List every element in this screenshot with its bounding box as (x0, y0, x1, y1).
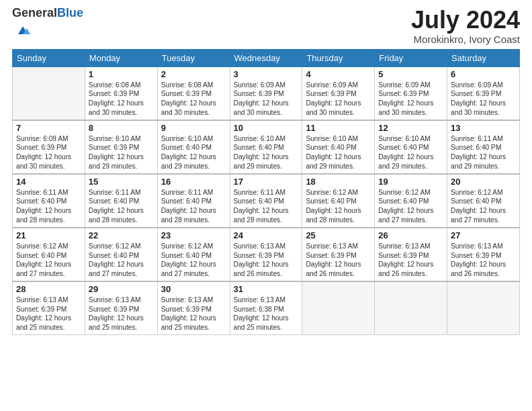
calendar-cell-w4d5: 25Sunrise: 6:13 AMSunset: 6:39 PMDayligh… (302, 228, 375, 281)
header: GeneralBlue July 2024 Morokinkro, Ivory … (12, 7, 520, 45)
day-number: 6 (451, 69, 516, 79)
day-number: 28 (16, 284, 81, 294)
day-number: 19 (378, 177, 443, 187)
day-number: 13 (451, 123, 516, 133)
day-info: Sunrise: 6:09 AMSunset: 6:39 PMDaylight:… (378, 81, 443, 118)
day-info: Sunrise: 6:10 AMSunset: 6:40 PMDaylight:… (234, 134, 299, 171)
col-wednesday: Wednesday (230, 49, 302, 66)
day-info: Sunrise: 6:11 AMSunset: 6:40 PMDaylight:… (451, 134, 516, 171)
day-number: 5 (378, 69, 443, 79)
day-number: 11 (306, 123, 371, 133)
day-info: Sunrise: 6:09 AMSunset: 6:39 PMDaylight:… (451, 81, 516, 118)
calendar-cell-w3d7: 20Sunrise: 6:12 AMSunset: 6:40 PMDayligh… (447, 174, 520, 228)
calendar-cell-w1d2: 1Sunrise: 6:08 AMSunset: 6:39 PMDaylight… (85, 66, 157, 120)
calendar-cell-w4d7: 27Sunrise: 6:13 AMSunset: 6:39 PMDayligh… (447, 228, 520, 281)
col-tuesday: Tuesday (157, 49, 230, 66)
day-info: Sunrise: 6:12 AMSunset: 6:40 PMDaylight:… (378, 188, 443, 225)
calendar-cell-w2d2: 8Sunrise: 6:10 AMSunset: 6:39 PMDaylight… (85, 120, 157, 174)
calendar-cell-w2d3: 9Sunrise: 6:10 AMSunset: 6:40 PMDaylight… (157, 120, 230, 174)
calendar-cell-w1d1 (13, 66, 85, 120)
calendar-cell-w5d1: 28Sunrise: 6:13 AMSunset: 6:39 PMDayligh… (13, 281, 85, 335)
logo-icon (13, 20, 32, 39)
day-info: Sunrise: 6:09 AMSunset: 6:39 PMDaylight:… (16, 134, 81, 171)
calendar-cell-w1d6: 5Sunrise: 6:09 AMSunset: 6:39 PMDaylight… (375, 66, 447, 120)
title-block: July 2024 Morokinkro, Ivory Coast (411, 7, 520, 45)
logo: GeneralBlue (12, 7, 83, 42)
day-info: Sunrise: 6:08 AMSunset: 6:39 PMDaylight:… (161, 81, 226, 118)
week-row-2: 7Sunrise: 6:09 AMSunset: 6:39 PMDaylight… (13, 120, 520, 174)
day-number: 2 (161, 69, 226, 79)
calendar-cell-w2d1: 7Sunrise: 6:09 AMSunset: 6:39 PMDaylight… (13, 120, 85, 174)
calendar-cell-w1d3: 2Sunrise: 6:08 AMSunset: 6:39 PMDaylight… (157, 66, 230, 120)
logo-general: General (12, 6, 57, 19)
day-info: Sunrise: 6:12 AMSunset: 6:40 PMDaylight:… (89, 242, 154, 279)
day-info: Sunrise: 6:13 AMSunset: 6:39 PMDaylight:… (306, 242, 371, 279)
day-number: 26 (378, 230, 443, 240)
calendar-cell-w5d6 (375, 281, 447, 335)
logo-blue: Blue (57, 6, 83, 19)
day-number: 25 (306, 230, 371, 240)
calendar-cell-w5d4: 31Sunrise: 6:13 AMSunset: 6:38 PMDayligh… (230, 281, 302, 335)
day-number: 3 (234, 69, 299, 79)
day-info: Sunrise: 6:11 AMSunset: 6:40 PMDaylight:… (161, 188, 226, 225)
page: GeneralBlue July 2024 Morokinkro, Ivory … (0, 0, 532, 411)
day-info: Sunrise: 6:11 AMSunset: 6:40 PMDaylight:… (16, 188, 81, 225)
day-number: 27 (451, 230, 516, 240)
calendar-cell-w4d6: 26Sunrise: 6:13 AMSunset: 6:39 PMDayligh… (375, 228, 447, 281)
calendar-cell-w5d2: 29Sunrise: 6:13 AMSunset: 6:39 PMDayligh… (85, 281, 157, 335)
col-thursday: Thursday (302, 49, 375, 66)
calendar-table: Sunday Monday Tuesday Wednesday Thursday… (12, 49, 520, 335)
day-number: 1 (89, 69, 154, 79)
day-info: Sunrise: 6:09 AMSunset: 6:39 PMDaylight:… (306, 81, 371, 118)
day-number: 20 (451, 177, 516, 187)
col-sunday: Sunday (13, 49, 85, 66)
calendar-cell-w4d1: 21Sunrise: 6:12 AMSunset: 6:40 PMDayligh… (13, 228, 85, 281)
day-number: 24 (234, 230, 299, 240)
calendar-cell-w3d3: 16Sunrise: 6:11 AMSunset: 6:40 PMDayligh… (157, 174, 230, 228)
day-number: 31 (234, 284, 299, 294)
day-number: 23 (161, 230, 226, 240)
week-row-1: 1Sunrise: 6:08 AMSunset: 6:39 PMDaylight… (13, 66, 520, 120)
calendar-cell-w2d5: 11Sunrise: 6:10 AMSunset: 6:40 PMDayligh… (302, 120, 375, 174)
day-info: Sunrise: 6:12 AMSunset: 6:40 PMDaylight:… (161, 242, 226, 279)
calendar-header-row: Sunday Monday Tuesday Wednesday Thursday… (13, 49, 520, 66)
day-number: 8 (89, 123, 154, 133)
calendar-cell-w1d4: 3Sunrise: 6:09 AMSunset: 6:39 PMDaylight… (230, 66, 302, 120)
calendar-cell-w3d2: 15Sunrise: 6:11 AMSunset: 6:40 PMDayligh… (85, 174, 157, 228)
calendar-cell-w5d7 (447, 281, 520, 335)
day-info: Sunrise: 6:08 AMSunset: 6:39 PMDaylight:… (89, 81, 154, 118)
day-number: 10 (234, 123, 299, 133)
day-info: Sunrise: 6:13 AMSunset: 6:39 PMDaylight:… (234, 242, 299, 279)
day-number: 12 (378, 123, 443, 133)
calendar-cell-w5d3: 30Sunrise: 6:13 AMSunset: 6:39 PMDayligh… (157, 281, 230, 335)
day-number: 30 (161, 284, 226, 294)
calendar-cell-w4d4: 24Sunrise: 6:13 AMSunset: 6:39 PMDayligh… (230, 228, 302, 281)
calendar-cell-w4d3: 23Sunrise: 6:12 AMSunset: 6:40 PMDayligh… (157, 228, 230, 281)
calendar-cell-w5d5 (302, 281, 375, 335)
day-info: Sunrise: 6:09 AMSunset: 6:39 PMDaylight:… (234, 81, 299, 118)
calendar-cell-w1d5: 4Sunrise: 6:09 AMSunset: 6:39 PMDaylight… (302, 66, 375, 120)
day-info: Sunrise: 6:13 AMSunset: 6:38 PMDaylight:… (234, 295, 299, 332)
day-number: 4 (306, 69, 371, 79)
day-info: Sunrise: 6:12 AMSunset: 6:40 PMDaylight:… (451, 188, 516, 225)
week-row-3: 14Sunrise: 6:11 AMSunset: 6:40 PMDayligh… (13, 174, 520, 228)
col-friday: Friday (375, 49, 447, 66)
calendar-cell-w4d2: 22Sunrise: 6:12 AMSunset: 6:40 PMDayligh… (85, 228, 157, 281)
day-info: Sunrise: 6:10 AMSunset: 6:40 PMDaylight:… (378, 134, 443, 171)
day-info: Sunrise: 6:13 AMSunset: 6:39 PMDaylight:… (89, 295, 154, 332)
day-number: 22 (89, 230, 154, 240)
day-info: Sunrise: 6:12 AMSunset: 6:40 PMDaylight:… (306, 188, 371, 225)
day-number: 29 (89, 284, 154, 294)
day-info: Sunrise: 6:13 AMSunset: 6:39 PMDaylight:… (378, 242, 443, 279)
calendar-cell-w2d6: 12Sunrise: 6:10 AMSunset: 6:40 PMDayligh… (375, 120, 447, 174)
col-monday: Monday (85, 49, 157, 66)
day-number: 18 (306, 177, 371, 187)
col-saturday: Saturday (447, 49, 520, 66)
calendar-cell-w2d4: 10Sunrise: 6:10 AMSunset: 6:40 PMDayligh… (230, 120, 302, 174)
month-year-title: July 2024 (411, 7, 520, 34)
day-number: 9 (161, 123, 226, 133)
day-info: Sunrise: 6:13 AMSunset: 6:39 PMDaylight:… (451, 242, 516, 279)
day-info: Sunrise: 6:10 AMSunset: 6:40 PMDaylight:… (161, 134, 226, 171)
day-info: Sunrise: 6:10 AMSunset: 6:40 PMDaylight:… (306, 134, 371, 171)
day-info: Sunrise: 6:11 AMSunset: 6:40 PMDaylight:… (89, 188, 154, 225)
